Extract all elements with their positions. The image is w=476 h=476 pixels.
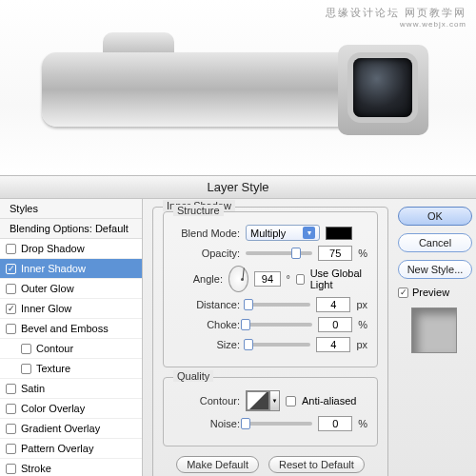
blend-mode-select[interactable]: Multiply ▾ xyxy=(246,225,320,241)
layer-style-dialog: Layer Style Styles Blending Options: Def… xyxy=(0,175,476,476)
style-row-inner-shadow[interactable]: Inner Shadow xyxy=(0,259,142,279)
style-row-satin[interactable]: Satin xyxy=(0,379,142,399)
style-label: Drop Shadow xyxy=(21,243,85,254)
dialog-actions: OK Cancel New Style... Preview xyxy=(398,199,476,476)
style-label: Inner Shadow xyxy=(21,263,86,274)
chevron-down-icon: ▾ xyxy=(303,227,315,239)
style-label: Gradient Overlay xyxy=(21,423,100,434)
choke-label: Choke: xyxy=(173,319,240,330)
style-checkbox[interactable] xyxy=(6,384,16,394)
watermark-text-1: 思缘设计论坛 xyxy=(326,7,400,18)
chevron-down-icon: ▼ xyxy=(269,391,279,410)
reset-default-button[interactable]: Reset to Default xyxy=(268,456,365,473)
style-checkbox[interactable] xyxy=(21,364,31,374)
noise-slider[interactable] xyxy=(246,422,312,426)
size-label: Size: xyxy=(173,339,240,350)
opacity-input[interactable]: 75 xyxy=(318,246,352,261)
style-checkbox[interactable] xyxy=(6,284,16,294)
style-label: Outer Glow xyxy=(21,283,74,294)
style-checkbox[interactable] xyxy=(6,444,16,454)
style-label: Pattern Overlay xyxy=(21,443,93,454)
style-row-color-overlay[interactable]: Color Overlay xyxy=(0,399,142,419)
opacity-slider[interactable] xyxy=(246,251,312,255)
cancel-button[interactable]: Cancel xyxy=(398,233,472,252)
contour-label: Contour: xyxy=(173,395,240,407)
new-style-button[interactable]: New Style... xyxy=(398,260,472,279)
style-row-bevel-and-emboss[interactable]: Bevel and Emboss xyxy=(0,319,142,339)
structure-group: Structure Blend Mode: Multiply ▾ Opacity… xyxy=(163,211,378,367)
style-row-gradient-overlay[interactable]: Gradient Overlay xyxy=(0,419,142,439)
style-row-inner-glow[interactable]: Inner Glow xyxy=(0,299,142,319)
style-label: Stroke xyxy=(21,463,51,474)
watermark-url: www.webjx.com xyxy=(326,20,466,29)
make-default-button[interactable]: Make Default xyxy=(176,456,259,473)
object-lens xyxy=(353,58,412,117)
style-checkbox[interactable] xyxy=(6,244,16,254)
style-row-pattern-overlay[interactable]: Pattern Overlay xyxy=(0,439,142,459)
choke-input[interactable]: 0 xyxy=(318,317,352,332)
object-end xyxy=(338,45,428,135)
style-label: Bevel and Emboss xyxy=(21,323,109,334)
angle-label: Angle: xyxy=(173,273,223,285)
style-row-texture[interactable]: Texture xyxy=(0,359,142,379)
inner-shadow-group: Inner Shadow Structure Blend Mode: Multi… xyxy=(152,207,388,476)
style-row-outer-glow[interactable]: Outer Glow xyxy=(0,279,142,299)
watermark-text-2: 网页教学网 xyxy=(405,7,466,18)
preview-label: Preview xyxy=(412,287,449,298)
distance-label: Distance: xyxy=(173,299,240,310)
style-checkbox[interactable] xyxy=(6,304,16,314)
noise-unit: % xyxy=(358,418,367,429)
preview-canvas: 思缘设计论坛 网页教学网 www.webjx.com xyxy=(0,0,476,176)
size-unit: px xyxy=(356,339,367,350)
style-checkbox[interactable] xyxy=(6,264,16,274)
style-checkbox[interactable] xyxy=(6,404,16,414)
antialiased-checkbox[interactable] xyxy=(286,396,296,407)
style-row-stroke[interactable]: Stroke xyxy=(0,459,142,476)
use-global-light-checkbox[interactable] xyxy=(296,274,305,285)
antialiased-label: Anti-aliased xyxy=(302,395,356,407)
ok-button[interactable]: OK xyxy=(398,207,472,226)
style-label: Inner Glow xyxy=(21,303,71,314)
noise-label: Noise: xyxy=(173,418,240,429)
contour-picker[interactable]: ▼ xyxy=(246,390,280,411)
opacity-unit: % xyxy=(358,248,367,259)
noise-input[interactable]: 0 xyxy=(318,416,352,431)
blend-mode-value: Multiply xyxy=(250,228,286,239)
distance-input[interactable]: 4 xyxy=(316,297,350,312)
blend-mode-label: Blend Mode: xyxy=(173,228,240,239)
size-slider[interactable] xyxy=(246,343,310,347)
angle-unit: ° xyxy=(287,273,290,285)
choke-slider[interactable] xyxy=(246,323,312,327)
angle-input[interactable]: 94 xyxy=(254,271,280,287)
style-row-drop-shadow[interactable]: Drop Shadow xyxy=(0,239,142,259)
style-label: Contour xyxy=(36,343,73,354)
style-label: Color Overlay xyxy=(21,403,85,414)
style-label: Texture xyxy=(36,363,70,374)
contour-icon xyxy=(247,391,269,410)
style-checkbox[interactable] xyxy=(21,344,31,354)
opacity-label: Opacity: xyxy=(173,248,240,259)
use-global-light-label: Use Global Light xyxy=(310,268,367,290)
style-checkbox[interactable] xyxy=(6,324,16,334)
distance-unit: px xyxy=(356,299,367,310)
distance-slider[interactable] xyxy=(246,303,310,307)
structure-legend: Structure xyxy=(173,205,224,216)
shadow-color-swatch[interactable] xyxy=(326,227,352,240)
style-checkbox[interactable] xyxy=(6,464,16,474)
size-input[interactable]: 4 xyxy=(316,337,350,352)
choke-unit: % xyxy=(358,319,367,330)
style-checkbox[interactable] xyxy=(6,424,16,434)
blending-options-row[interactable]: Blending Options: Default xyxy=(0,219,142,239)
style-label: Satin xyxy=(21,383,45,394)
quality-group: Quality Contour: ▼ Anti-aliased Noise: xyxy=(163,377,378,446)
style-row-contour[interactable]: Contour xyxy=(0,339,142,359)
styles-header[interactable]: Styles xyxy=(0,199,142,219)
effect-settings: Inner Shadow Structure Blend Mode: Multi… xyxy=(143,199,398,476)
dialog-title: Layer Style xyxy=(0,176,476,199)
preview-swatch xyxy=(411,307,457,353)
quality-legend: Quality xyxy=(173,370,213,382)
angle-dial[interactable] xyxy=(228,266,248,292)
styles-list: Styles Blending Options: Default Drop Sh… xyxy=(0,199,143,476)
preview-checkbox[interactable] xyxy=(398,288,408,298)
watermark: 思缘设计论坛 网页教学网 www.webjx.com xyxy=(326,6,466,29)
